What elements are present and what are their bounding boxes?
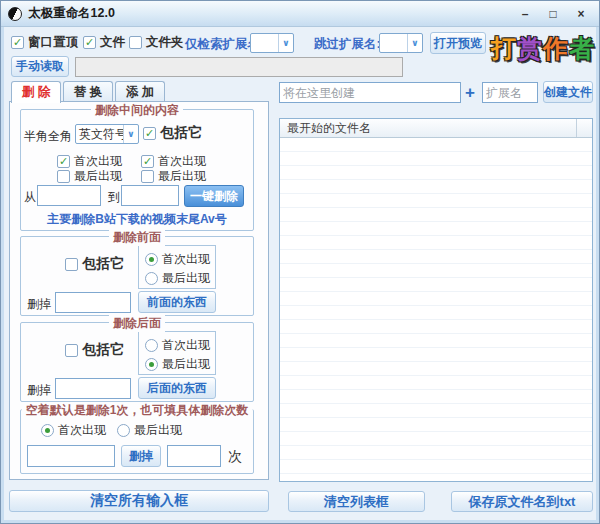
logo-char: 赏 xyxy=(517,32,543,65)
from-input[interactable] xyxy=(37,185,101,206)
list-header-end-cell xyxy=(576,119,592,137)
back-include-check-icon[interactable] xyxy=(65,344,78,357)
left-first-check-icon[interactable]: ✓ xyxy=(57,155,70,168)
logo-char: 作 xyxy=(543,32,569,65)
yinyang-app-icon xyxy=(8,7,22,21)
group-delete-front: 删除前面 包括它 首次出现 最后出现 删掉 前面的东西 xyxy=(20,236,254,316)
extension-input[interactable] xyxy=(482,82,538,103)
count-last-radio[interactable]: 最后出现 xyxy=(117,422,182,439)
right-last-occurrence-checkbox[interactable]: 最后出现 xyxy=(141,168,206,185)
topmost-checkbox[interactable]: ✓ 窗口置顶 xyxy=(11,34,78,51)
plus-icon: + xyxy=(465,83,475,103)
count-first-radio[interactable]: 首次出现 xyxy=(41,422,106,439)
front-remove-input[interactable] xyxy=(55,292,131,313)
symbol-type-combobox[interactable]: 英文符号 ∨ xyxy=(75,124,139,144)
folder-check-icon[interactable] xyxy=(129,36,142,49)
count-text-input[interactable] xyxy=(27,445,115,467)
count-first-radio-icon[interactable] xyxy=(41,424,54,437)
file-list-body[interactable] xyxy=(280,138,592,481)
clear-list-button[interactable]: 清空列表框 xyxy=(288,491,425,512)
front-remove-label: 删掉 xyxy=(27,296,51,313)
back-last-radio-icon[interactable] xyxy=(145,358,158,371)
original-filename-column-header[interactable]: 最开始的文件名 xyxy=(280,120,576,137)
left-last-label: 最后出现 xyxy=(74,168,122,185)
file-list: 最开始的文件名 xyxy=(279,118,593,482)
group-delete-middle-title: 删除中间的内容 xyxy=(91,102,183,119)
tab-replace[interactable]: 替 换 xyxy=(63,81,113,102)
back-things-button[interactable]: 后面的东西 xyxy=(138,377,216,399)
count-last-label: 最后出现 xyxy=(134,422,182,439)
back-first-radio[interactable]: 首次出现 xyxy=(145,337,210,354)
window-title: 太极重命名12.0 xyxy=(28,5,115,22)
front-include-label: 包括它 xyxy=(82,255,124,273)
chevron-down-icon[interactable]: ∨ xyxy=(407,34,422,52)
right-last-check-icon[interactable] xyxy=(141,170,154,183)
tab-delete[interactable]: 删 除 xyxy=(11,81,61,103)
create-file-button[interactable]: 创建文件 xyxy=(543,81,593,103)
app-window: 太极重命名12.0 – □ × ✓ 窗口置顶 ✓ 文件 文件夹 仅检索扩展名: … xyxy=(0,0,600,524)
left-last-check-icon[interactable] xyxy=(57,170,70,183)
count-number-input[interactable] xyxy=(167,445,221,467)
path-display-box xyxy=(75,57,403,77)
right-last-label: 最后出现 xyxy=(158,168,206,185)
file-checkbox[interactable]: ✓ 文件 xyxy=(83,34,125,51)
front-include-checkbox[interactable]: 包括它 xyxy=(65,255,124,273)
maximize-button[interactable]: □ xyxy=(545,7,561,21)
back-first-label: 首次出现 xyxy=(162,337,210,354)
include-it-check-icon[interactable]: ✓ xyxy=(143,127,156,140)
open-preview-button[interactable]: 打开预览 xyxy=(430,32,486,54)
window-controls: – □ × xyxy=(517,7,589,21)
left-last-occurrence-checkbox[interactable]: 最后出现 xyxy=(57,168,122,185)
group-delete-count-title: 空着默认是删除1次，也可填具体删除次数 xyxy=(22,402,253,419)
minimize-button[interactable]: – xyxy=(517,7,533,21)
save-original-names-txt-button[interactable]: 保存原文件名到txt xyxy=(451,491,593,512)
chevron-down-icon[interactable]: ∨ xyxy=(278,34,293,52)
include-it-checkbox[interactable]: ✓ 包括它 xyxy=(143,124,202,142)
front-last-radio-icon[interactable] xyxy=(145,272,158,285)
back-include-label: 包括它 xyxy=(82,341,124,359)
skip-ext-label: 跳过扩展名: xyxy=(314,36,381,53)
manual-read-button[interactable]: 手动读取 xyxy=(11,56,69,77)
back-remove-input[interactable] xyxy=(55,378,131,399)
topmost-check-icon[interactable]: ✓ xyxy=(11,36,24,49)
file-check-icon[interactable]: ✓ xyxy=(83,36,96,49)
back-last-label: 最后出现 xyxy=(162,356,210,373)
count-remove-button[interactable]: 删掉 xyxy=(121,445,161,467)
front-first-label: 首次出现 xyxy=(162,251,210,268)
title-bar: 太极重命名12.0 – □ × xyxy=(1,1,599,27)
back-last-radio[interactable]: 最后出现 xyxy=(145,356,210,373)
close-button[interactable]: × xyxy=(573,7,589,21)
group-delete-middle: 删除中间的内容 半角全角 英文符号 ∨ ✓ 包括它 ✓ 首次出现 最后出现 ✓ … xyxy=(20,109,254,231)
front-things-button[interactable]: 前面的东西 xyxy=(138,291,216,313)
front-first-radio[interactable]: 首次出现 xyxy=(145,251,210,268)
front-last-radio[interactable]: 最后出现 xyxy=(145,270,210,287)
front-first-radio-icon[interactable] xyxy=(145,253,158,266)
symbol-type-value: 英文符号 xyxy=(76,126,123,143)
to-input[interactable] xyxy=(121,185,179,206)
bilibili-note: 主要删除B站下载的视频末尾Av号 xyxy=(21,211,253,228)
folder-label: 文件夹 xyxy=(146,34,184,51)
group-delete-back-title: 删除后面 xyxy=(109,315,165,332)
delete-tab-panel: 删除中间的内容 半角全角 英文符号 ∨ ✓ 包括它 ✓ 首次出现 最后出现 ✓ … xyxy=(9,101,269,480)
clear-all-inputs-button[interactable]: 清空所有输入框 xyxy=(9,490,269,512)
back-include-checkbox[interactable]: 包括它 xyxy=(65,341,124,359)
count-last-radio-icon[interactable] xyxy=(117,424,130,437)
topmost-label: 窗口置顶 xyxy=(28,34,78,51)
to-label: 到 xyxy=(108,189,120,206)
one-key-delete-button[interactable]: 一键删除 xyxy=(184,185,244,207)
logo-char: 打 xyxy=(491,32,517,65)
folder-checkbox[interactable]: 文件夹 xyxy=(129,34,184,51)
tab-add[interactable]: 添 加 xyxy=(115,81,165,102)
back-occurrence-box: 首次出现 最后出现 xyxy=(138,331,216,375)
create-name-input[interactable] xyxy=(279,82,461,103)
only-ext-combobox[interactable]: ∨ xyxy=(250,33,294,53)
from-label: 从 xyxy=(24,189,36,206)
front-occurrence-box: 首次出现 最后出现 xyxy=(138,245,216,289)
skip-ext-combobox[interactable]: ∨ xyxy=(379,33,423,53)
back-first-radio-icon[interactable] xyxy=(145,339,158,352)
right-first-check-icon[interactable]: ✓ xyxy=(141,155,154,168)
front-include-check-icon[interactable] xyxy=(65,258,78,271)
chevron-down-icon[interactable]: ∨ xyxy=(123,125,138,143)
file-list-header[interactable]: 最开始的文件名 xyxy=(280,119,592,138)
donate-author-logo[interactable]: 打 赏 作 者 xyxy=(491,29,595,67)
